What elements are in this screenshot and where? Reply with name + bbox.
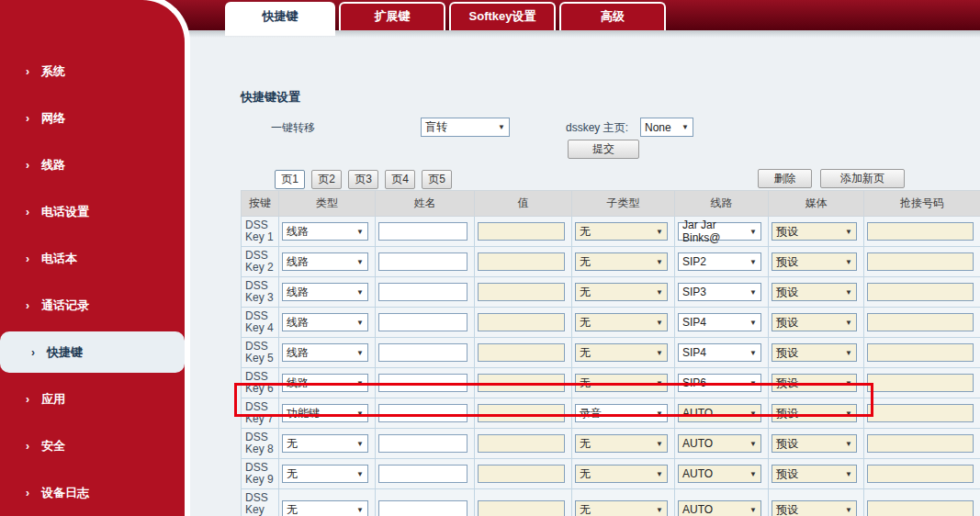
sidebar-item-9[interactable]: ›安全 [0, 422, 185, 469]
subtype-select[interactable]: 无▼ [575, 374, 668, 392]
subtype-select[interactable]: 无▼ [575, 434, 668, 453]
media-select[interactable]: 预设▼ [772, 222, 857, 241]
line-select[interactable]: AUTO▼ [678, 404, 761, 422]
add-new-page-button[interactable]: 添加新页 [820, 169, 905, 188]
name-input[interactable] [378, 252, 467, 271]
line-select[interactable]: SIP4▼ [678, 313, 761, 331]
subtype-select[interactable]: 无▼ [575, 283, 668, 301]
name-input[interactable] [378, 343, 467, 362]
sidebar-item-5[interactable]: ›电话本 [0, 235, 185, 282]
pickup-number-input[interactable] [867, 343, 974, 362]
sidebar-item-3[interactable]: ›线路 [0, 141, 185, 188]
line-select[interactable]: AUTO▼ [678, 434, 761, 453]
subtype-select[interactable]: 无▼ [575, 500, 668, 516]
line-select[interactable]: SIP2▼ [678, 252, 761, 271]
subtype-select[interactable]: 录音▼ [575, 404, 668, 422]
name-input[interactable] [378, 404, 467, 422]
pickup-number-input[interactable] [867, 500, 974, 516]
line-select[interactable]: AUTO▼ [678, 500, 761, 516]
subtype-select[interactable]: 无▼ [575, 252, 668, 271]
pickup-number-input[interactable] [867, 374, 974, 392]
sidebar-item-2[interactable]: ›网络 [0, 95, 185, 141]
page-button-1[interactable]: 页1 [275, 170, 305, 189]
media-select[interactable]: 预设▼ [772, 500, 857, 516]
value-input[interactable] [478, 465, 565, 483]
value-input[interactable] [478, 500, 565, 516]
media-select[interactable]: 预设▼ [772, 252, 857, 271]
page-button-3[interactable]: 页3 [348, 170, 378, 189]
name-input[interactable] [378, 434, 467, 453]
type-select[interactable]: 线路▼ [282, 283, 368, 301]
subtype-select[interactable]: 无▼ [575, 313, 668, 331]
subtype-select[interactable]: 无▼ [575, 343, 668, 362]
tab-advanced[interactable]: 高级 [559, 2, 666, 30]
page-button-4[interactable]: 页4 [385, 170, 415, 189]
type-select[interactable]: 线路▼ [282, 374, 368, 392]
top-tab-bar: 快捷键 扩展键 Softkey设置 高级 [225, 2, 666, 36]
line-select[interactable]: SIP3▼ [678, 283, 761, 301]
submit-button[interactable]: 提交 [568, 140, 639, 159]
line-select[interactable]: AUTO▼ [678, 465, 761, 483]
value-input[interactable] [478, 222, 565, 241]
value-input[interactable] [478, 434, 565, 453]
sidebar-item-10[interactable]: ›设备日志 [0, 469, 185, 516]
media-select[interactable]: 预设▼ [772, 343, 857, 362]
media-select[interactable]: 预设▼ [772, 404, 857, 422]
sidebar-item-6[interactable]: ›通话记录 [0, 282, 185, 329]
value-input[interactable] [478, 313, 565, 331]
tab-dsskey[interactable]: 快捷键 [225, 2, 335, 36]
media-select[interactable]: 预设▼ [772, 434, 857, 453]
column-header: 值 [475, 191, 572, 217]
value-input[interactable] [478, 252, 565, 271]
value-input[interactable] [478, 343, 565, 362]
value-input[interactable] [478, 374, 565, 392]
type-select[interactable]: 线路▼ [282, 343, 368, 362]
type-select[interactable]: 无▼ [282, 500, 368, 516]
sidebar-item-8[interactable]: ›应用 [0, 376, 185, 422]
media-select[interactable]: 预设▼ [772, 313, 857, 331]
pickup-number-input[interactable] [867, 404, 974, 422]
pickup-number-input[interactable] [867, 283, 974, 301]
table-row-6: DSS Key 6线路▼无▼SIP6▼预设▼ [242, 368, 980, 398]
type-select[interactable]: 线路▼ [282, 313, 368, 331]
value-input[interactable] [478, 283, 565, 301]
name-input[interactable] [378, 374, 467, 392]
name-input[interactable] [378, 465, 467, 483]
dsskey-home-select[interactable]: None ▼ [640, 118, 693, 137]
subtype-select[interactable]: 无▼ [575, 222, 668, 241]
chevron-down-icon: ▼ [845, 379, 852, 387]
tab-softkey-settings[interactable]: Softkey设置 [449, 2, 556, 30]
name-input[interactable] [378, 222, 467, 241]
media-select[interactable]: 预设▼ [772, 374, 857, 392]
dss-key-label: DSS Key 2 [242, 247, 279, 277]
type-select[interactable]: 线路▼ [282, 252, 368, 271]
pickup-number-input[interactable] [867, 465, 974, 483]
subtype-select-value: 无 [580, 376, 591, 391]
line-select[interactable]: SIP4▼ [678, 343, 761, 362]
sidebar-item-7[interactable]: ›快捷键 [0, 331, 185, 373]
type-select[interactable]: 功能键▼ [282, 404, 368, 422]
pickup-number-input[interactable] [867, 313, 974, 331]
sidebar-item-4[interactable]: ›电话设置 [0, 188, 185, 235]
page-button-5[interactable]: 页5 [422, 170, 452, 189]
type-select[interactable]: 无▼ [282, 465, 368, 483]
media-select[interactable]: 预设▼ [772, 283, 857, 301]
page-button-2[interactable]: 页2 [311, 170, 342, 189]
name-input[interactable] [378, 283, 467, 301]
pickup-number-input[interactable] [867, 434, 974, 453]
name-input[interactable] [378, 313, 467, 331]
type-select[interactable]: 线路▼ [282, 222, 368, 241]
pickup-number-input[interactable] [867, 222, 974, 241]
tab-extension-key[interactable]: 扩展键 [339, 2, 445, 30]
value-input[interactable] [478, 404, 565, 422]
media-select[interactable]: 预设▼ [772, 465, 857, 483]
pickup-number-input[interactable] [867, 252, 974, 271]
sidebar-item-1[interactable]: ›系统 [0, 48, 185, 95]
line-select[interactable]: SIP6▼ [678, 374, 761, 392]
subtype-select[interactable]: 无▼ [575, 465, 668, 483]
one-key-transfer-select[interactable]: 盲转 ▼ [421, 118, 510, 137]
delete-button[interactable]: 删除 [758, 169, 812, 188]
name-input[interactable] [378, 500, 467, 516]
line-select[interactable]: Jar Jar Binks@▼ [678, 222, 761, 241]
type-select[interactable]: 无▼ [282, 434, 368, 453]
